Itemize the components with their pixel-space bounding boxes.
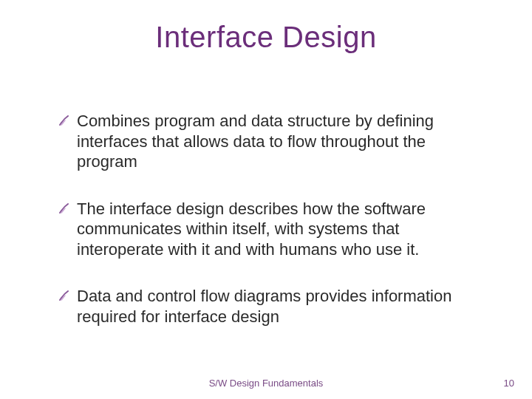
- slide: Interface Design Combines program and da…: [0, 0, 532, 399]
- slide-title: Interface Design: [0, 21, 532, 54]
- bullet-icon: [59, 290, 69, 301]
- footer-text: S/W Design Fundamentals: [0, 378, 532, 389]
- list-item: Combines program and data structure by d…: [59, 111, 488, 172]
- page-number: 10: [504, 378, 514, 389]
- list-item: Data and control flow diagrams provides …: [59, 286, 488, 327]
- bullet-icon: [59, 203, 69, 214]
- bullet-text: Combines program and data structure by d…: [77, 111, 488, 172]
- bullet-icon: [59, 115, 69, 126]
- bullet-text: The interface design describes how the s…: [77, 199, 488, 260]
- list-item: The interface design describes how the s…: [59, 199, 488, 260]
- slide-body: Combines program and data structure by d…: [59, 111, 488, 353]
- bullet-text: Data and control flow diagrams provides …: [77, 286, 488, 327]
